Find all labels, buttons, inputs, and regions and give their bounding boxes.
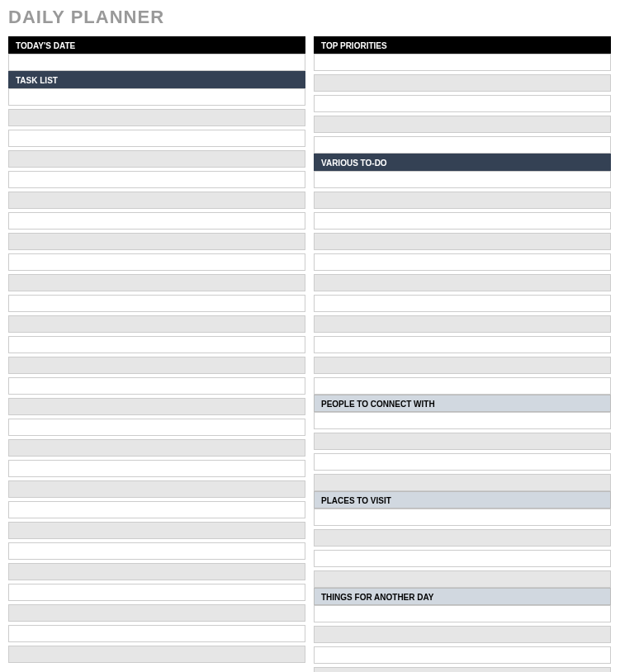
task-row[interactable]	[8, 377, 305, 395]
places-row[interactable]	[314, 570, 611, 588]
priority-row[interactable]	[314, 95, 611, 112]
people-row[interactable]	[314, 412, 611, 429]
task-row[interactable]	[8, 480, 305, 498]
priority-row[interactable]	[314, 54, 611, 71]
left-column: TODAY'S DATE TASK LIST	[8, 36, 305, 672]
task-row[interactable]	[8, 398, 305, 415]
people-row[interactable]	[314, 453, 611, 471]
things-another-day-header: THINGS FOR ANOTHER DAY	[314, 588, 611, 605]
task-row[interactable]	[8, 150, 305, 168]
another-day-row[interactable]	[314, 626, 611, 643]
priority-row[interactable]	[314, 116, 611, 133]
task-row[interactable]	[8, 336, 305, 353]
todo-row[interactable]	[314, 274, 611, 291]
task-row[interactable]	[8, 522, 305, 539]
people-to-connect-header: PEOPLE TO CONNECT WITH	[314, 395, 611, 412]
top-priorities-header: TOP PRIORITIES	[314, 36, 611, 54]
todo-row[interactable]	[314, 233, 611, 250]
todo-row[interactable]	[314, 253, 611, 271]
task-row[interactable]	[8, 109, 305, 126]
various-todo-header: VARIOUS TO-DO	[314, 154, 611, 171]
todo-row[interactable]	[314, 192, 611, 209]
todo-row[interactable]	[314, 315, 611, 333]
todo-row[interactable]	[314, 212, 611, 230]
task-row[interactable]	[8, 419, 305, 436]
task-row[interactable]	[8, 192, 305, 209]
todo-row[interactable]	[314, 336, 611, 353]
task-row[interactable]	[8, 563, 305, 580]
task-row[interactable]	[8, 357, 305, 374]
task-row[interactable]	[8, 542, 305, 560]
right-column: TOP PRIORITIES VARIOUS TO-DO PEOPLE TO C…	[314, 36, 611, 672]
task-row[interactable]	[8, 295, 305, 312]
priority-row[interactable]	[314, 74, 611, 92]
todo-row[interactable]	[314, 295, 611, 312]
task-row[interactable]	[8, 460, 305, 477]
task-row[interactable]	[8, 233, 305, 250]
task-row[interactable]	[8, 501, 305, 518]
people-row[interactable]	[314, 474, 611, 491]
task-row[interactable]	[8, 88, 305, 106]
task-row[interactable]	[8, 625, 305, 642]
task-row[interactable]	[8, 439, 305, 457]
people-row[interactable]	[314, 433, 611, 450]
todays-date-header: TODAY'S DATE	[8, 36, 305, 54]
planner-columns: TODAY'S DATE TASK LIST	[8, 36, 612, 672]
task-row[interactable]	[8, 274, 305, 291]
another-day-row[interactable]	[314, 667, 611, 672]
places-row[interactable]	[314, 529, 611, 547]
task-row[interactable]	[8, 315, 305, 333]
task-row[interactable]	[8, 130, 305, 147]
task-row[interactable]	[8, 253, 305, 271]
task-list-header: TASK LIST	[8, 71, 305, 88]
another-day-row[interactable]	[314, 605, 611, 622]
places-row[interactable]	[314, 509, 611, 526]
todo-row[interactable]	[314, 377, 611, 395]
todo-row[interactable]	[314, 171, 611, 188]
todays-date-input[interactable]	[8, 54, 305, 71]
places-to-visit-header: PLACES TO VISIT	[314, 491, 611, 509]
another-day-row[interactable]	[314, 646, 611, 664]
task-row[interactable]	[8, 646, 305, 663]
priority-row[interactable]	[314, 136, 611, 154]
task-row[interactable]	[8, 171, 305, 188]
page-title: DAILY PLANNER	[8, 7, 612, 28]
todo-row[interactable]	[314, 357, 611, 374]
task-row[interactable]	[8, 584, 305, 601]
places-row[interactable]	[314, 550, 611, 567]
task-row[interactable]	[8, 604, 305, 622]
task-row[interactable]	[8, 212, 305, 230]
